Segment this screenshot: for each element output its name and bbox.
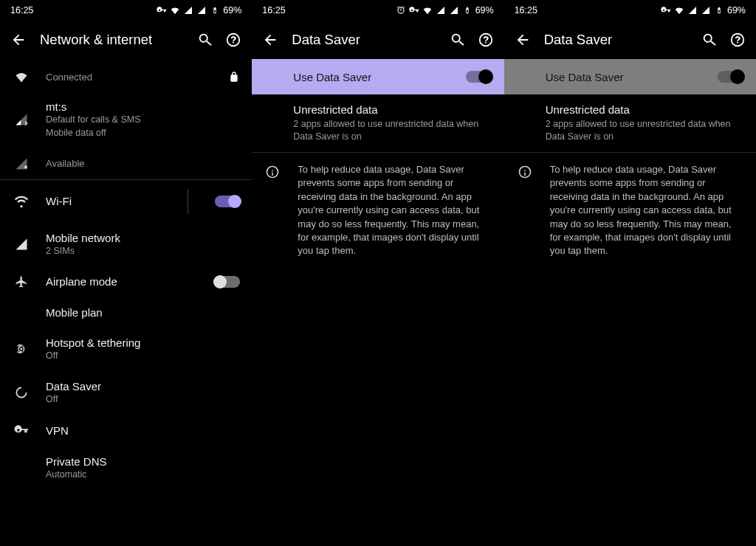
info-text: To help reduce data usage, Data Saver pr… <box>298 163 490 258</box>
data-saver-icon <box>13 385 30 400</box>
sim2-row[interactable]: Available <box>0 148 252 179</box>
wifi-icon <box>674 5 684 15</box>
info-icon <box>265 163 281 258</box>
alarm-icon <box>396 5 406 15</box>
mobile-plan-row[interactable]: Mobile plan <box>0 297 252 328</box>
battery-percent: 69% <box>223 5 241 15</box>
use-data-saver-toggle[interactable] <box>718 71 743 83</box>
mobile-plan-label: Mobile plan <box>46 306 240 319</box>
wifi-row[interactable]: Wi-Fi <box>0 180 252 223</box>
panel-data-saver-dim: 16:25 69% Data Saver Use Data Saver Unre… <box>504 0 756 546</box>
search-icon[interactable] <box>450 32 466 48</box>
signal-icon-2 <box>701 5 711 15</box>
wifi-icon <box>170 5 180 15</box>
panel-network-internet: 16:25 69% Network & internet Connected m… <box>0 0 252 546</box>
vpn-key-icon <box>157 5 167 15</box>
signal-x-icon <box>13 157 30 170</box>
status-bar: 16:25 69% <box>252 0 504 21</box>
vpn-key-icon <box>661 5 671 15</box>
info-block: To help reduce data usage, Data Saver pr… <box>252 152 504 269</box>
app-bar: Data Saver <box>252 21 504 59</box>
airplane-label: Airplane mode <box>46 275 199 288</box>
unrestricted-data-row[interactable]: Unrestricted data 2 apps allowed to use … <box>252 94 504 152</box>
hotspot-label: Hotspot & tethering <box>46 336 240 349</box>
battery-percent: 69% <box>475 5 494 15</box>
signal-icon-2 <box>449 5 459 15</box>
info-block: To help reduce data usage, Data Saver pr… <box>504 152 756 269</box>
app-bar: Network & internet <box>0 21 252 59</box>
mobile-network-label: Mobile network <box>46 232 240 244</box>
back-icon[interactable] <box>515 32 531 48</box>
airplane-row[interactable]: Airplane mode <box>0 266 252 297</box>
sim1-sub2: Mobile data off <box>46 127 240 139</box>
info-icon <box>518 163 534 258</box>
use-data-saver-label: Use Data Saver <box>293 71 371 83</box>
use-data-saver-toggle-row[interactable]: Use Data Saver <box>504 59 756 94</box>
airplane-toggle[interactable] <box>215 276 240 288</box>
wifi-toggle[interactable] <box>215 196 240 207</box>
status-icons: 69% <box>396 5 494 15</box>
sim1-row[interactable]: mt:s Default for calls & SMS Mobile data… <box>0 91 252 148</box>
settings-list: Connected mt:s Default for calls & SMS M… <box>0 59 252 546</box>
hotspot-icon <box>13 342 30 356</box>
status-time: 16:25 <box>10 5 33 15</box>
wifi-connected-label: Connected <box>46 72 212 83</box>
back-icon[interactable] <box>10 32 27 48</box>
info-text: To help reduce data usage, Data Saver pr… <box>550 163 743 258</box>
unrestricted-sub: 2 apps allowed to use unrestricted data … <box>546 118 743 143</box>
wifi-connected-row[interactable]: Connected <box>0 59 252 91</box>
status-bar: 16:25 69% <box>0 0 252 21</box>
search-icon[interactable] <box>701 32 718 48</box>
status-icons: 69% <box>157 5 241 15</box>
status-bar: 16:25 69% <box>504 0 756 21</box>
sim1-sub1: Default for calls & SMS <box>46 114 240 126</box>
page-title: Data Saver <box>544 32 688 48</box>
data-saver-label: Data Saver <box>46 380 240 393</box>
signal-icon <box>687 5 698 15</box>
airplane-icon <box>13 275 30 288</box>
app-bar: Data Saver <box>504 21 756 59</box>
hotspot-sub: Off <box>46 350 240 362</box>
signal-full-icon <box>13 238 30 251</box>
signal-icon <box>183 5 193 15</box>
battery-icon <box>714 5 724 15</box>
vpn-key-icon <box>409 5 419 15</box>
vpn-key-icon <box>13 423 30 438</box>
sim2-available-label: Available <box>46 158 240 169</box>
battery-icon <box>462 5 472 15</box>
data-saver-row[interactable]: Data Saver Off <box>0 371 252 415</box>
panel-data-saver-highlighted: 16:25 69% Data Saver Use Data Saver Unre… <box>252 0 504 546</box>
battery-icon <box>210 5 220 15</box>
search-icon[interactable] <box>197 32 213 48</box>
signal-low-icon <box>13 113 30 126</box>
back-icon[interactable] <box>262 32 278 48</box>
mobile-network-row[interactable]: Mobile network 2 SIMs <box>0 223 252 266</box>
page-title: Network & internet <box>40 32 184 48</box>
unrestricted-sub: 2 apps allowed to use unrestricted data … <box>293 118 490 143</box>
vpn-row[interactable]: VPN <box>0 414 252 446</box>
status-icons: 69% <box>661 5 746 15</box>
wifi-icon <box>13 194 30 209</box>
status-time: 16:25 <box>515 5 537 15</box>
private-dns-row[interactable]: Private DNS Automatic <box>0 446 252 490</box>
wifi-icon <box>422 5 433 15</box>
hotspot-row[interactable]: Hotspot & tethering Off <box>0 328 252 371</box>
unrestricted-data-row[interactable]: Unrestricted data 2 apps allowed to use … <box>504 94 756 152</box>
help-icon[interactable] <box>729 32 746 48</box>
use-data-saver-toggle[interactable] <box>466 71 491 83</box>
private-dns-sub: Automatic <box>46 469 240 481</box>
wifi-label: Wi-Fi <box>46 195 171 207</box>
signal-icon <box>436 5 446 15</box>
status-time: 16:25 <box>262 5 285 15</box>
lock-icon <box>228 71 240 83</box>
sim1-title: mt:s <box>46 100 240 113</box>
private-dns-label: Private DNS <box>46 455 240 468</box>
use-data-saver-label: Use Data Saver <box>546 71 624 83</box>
help-icon[interactable] <box>478 32 494 48</box>
page-title: Data Saver <box>292 32 436 48</box>
help-icon[interactable] <box>225 32 241 48</box>
data-saver-sub: Off <box>46 393 240 406</box>
signal-icon-2 <box>196 5 207 15</box>
use-data-saver-toggle-row[interactable]: Use Data Saver <box>252 59 504 94</box>
wifi-icon <box>13 69 30 84</box>
